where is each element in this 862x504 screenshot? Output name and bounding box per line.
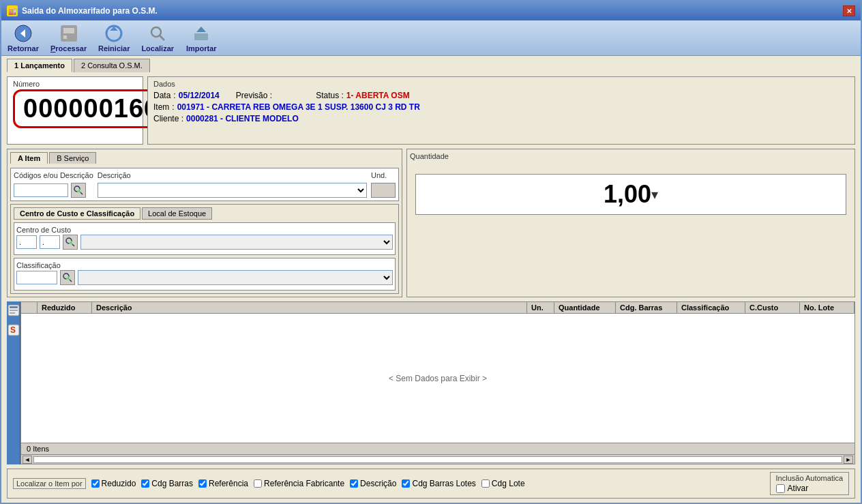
- cb-cdg-lote-input[interactable]: [481, 479, 490, 488]
- tab-local-estoque[interactable]: Local de Estoque: [142, 207, 212, 220]
- cb-reduzido-label: Reduzido: [102, 479, 136, 488]
- inclusao-row: Ativar: [776, 484, 843, 493]
- grid-footer: 0 Itens: [21, 443, 854, 454]
- tab-item[interactable]: A Item: [10, 152, 48, 164]
- codigos-input[interactable]: [14, 183, 68, 197]
- svg-rect-9: [194, 33, 208, 40]
- grid-col-lote: No. Lote: [800, 302, 854, 313]
- grid-footer-count: 0 Itens: [27, 445, 49, 453]
- grid-col-cdg-barras: Cdg. Barras: [616, 302, 677, 313]
- dados-row-2: Item : 001971 - CARRETA REB OMEGA 3E 1 S…: [153, 102, 849, 112]
- data-key: Data: [153, 91, 170, 100]
- window-title: Saida do Almoxarifado para O.S.M.: [22, 6, 158, 16]
- tab-servico[interactable]: B Serviço: [49, 152, 96, 164]
- app-icon: 🏭: [7, 5, 18, 16]
- svg-text:S: S: [10, 325, 16, 335]
- svg-rect-21: [10, 306, 18, 308]
- scroll-right-btn[interactable]: ►: [844, 456, 853, 464]
- cb-referencia: Referência: [198, 479, 248, 488]
- reiniciar-button[interactable]: Reiniciar: [98, 24, 130, 53]
- cb-descricao-input[interactable]: [350, 479, 358, 488]
- cb-referencia-input[interactable]: [198, 479, 207, 488]
- retornar-icon: [14, 24, 33, 43]
- cb-cdg-lote: Cdg Lote: [481, 479, 525, 488]
- classificacao-label: Classificação: [16, 261, 61, 269]
- grid-col-reduzido: Reduzido: [38, 302, 92, 313]
- tab-centro-custo[interactable]: Centro de Custo e Classificação: [14, 207, 140, 220]
- codigos-search-btn[interactable]: [71, 183, 86, 198]
- svg-point-13: [77, 189, 81, 193]
- classificacao-select[interactable]: [78, 270, 393, 285]
- importar-label: Importar: [186, 44, 217, 53]
- cliente-value: 0000281 - CLIENTE MODELO: [186, 114, 299, 123]
- tab-consulta[interactable]: 2 Consulta O.S.M.: [74, 59, 150, 72]
- processar-icon: [59, 24, 78, 43]
- numero-label: Número: [13, 80, 137, 88]
- cb-reduzido-input[interactable]: [91, 479, 100, 488]
- item-value: 001971 - CARRETA REB OMEGA 3E 1 SUSP. 13…: [177, 102, 420, 112]
- left-sidebar: S: [7, 301, 20, 464]
- cb-ref-fabricante: Referência Fabricante: [254, 479, 344, 488]
- descricao-label: Descrição: [98, 171, 367, 179]
- cb-cdg-barras-lotes-input[interactable]: [402, 479, 410, 488]
- codigos-label: Códigos e/ou Descrição: [14, 171, 93, 179]
- bottom-bar: Localizar o Item por Reduzido Cdg Barras…: [7, 469, 855, 499]
- classificacao-row: [16, 270, 393, 285]
- cb-cdg-barras-lotes-label: Cdg Barras Lotes: [412, 479, 475, 488]
- grid-col-descricao: Descrição: [92, 302, 527, 313]
- grid-col-icon: [21, 302, 38, 313]
- descricao-select[interactable]: [98, 183, 367, 198]
- grid-action-icon-2[interactable]: S: [8, 324, 20, 338]
- item-panel: A Item B Serviço Códigos e/ou Descrição: [7, 149, 402, 297]
- codigos-row: [14, 183, 93, 198]
- middle-section: A Item B Serviço Códigos e/ou Descrição: [7, 149, 855, 297]
- svg-rect-3: [63, 28, 74, 33]
- centro-tabs: Centro de Custo e Classificação Local de…: [14, 207, 396, 220]
- classificacao-group: Classificação: [14, 258, 396, 291]
- scroll-left-btn[interactable]: ◄: [23, 456, 32, 464]
- classificacao-input[interactable]: [16, 271, 57, 284]
- grid-col-classificacao: Classificação: [677, 302, 745, 313]
- dados-row-1: Data : 05/12/2014 Previsão : Status : 1-…: [153, 91, 849, 100]
- centro-custo-input1[interactable]: [16, 235, 37, 249]
- descricao-row: [98, 183, 367, 198]
- quantidade-arrow-icon[interactable]: ▾: [651, 186, 658, 203]
- top-tabs: 1 Lançamento 2 Consulta O.S.M.: [1, 56, 861, 72]
- processar-label: Processar: [50, 44, 87, 53]
- cb-referencia-label: Referência: [209, 479, 248, 488]
- cb-cdg-barras-input[interactable]: [141, 479, 149, 488]
- localizar-icon: [148, 24, 167, 43]
- localizar-button[interactable]: Localizar: [141, 24, 174, 53]
- grid-header: Reduzido Descrição Un. Quantidade Cdg. B…: [21, 302, 854, 314]
- svg-rect-22: [10, 310, 18, 311]
- cb-ref-fabricante-input[interactable]: [254, 479, 262, 488]
- scrollbar-x[interactable]: ◄ ►: [21, 454, 854, 464]
- svg-rect-23: [10, 312, 15, 314]
- svg-line-8: [160, 35, 164, 40]
- cb-cdg-barras: Cdg Barras: [141, 479, 193, 488]
- cb-reduzido: Reduzido: [91, 479, 136, 488]
- status-value: 1- ABERTA OSM: [346, 91, 410, 100]
- scrollbar-track[interactable]: [33, 456, 842, 463]
- close-button[interactable]: ✕: [843, 5, 855, 16]
- cb-cdg-lote-label: Cdg Lote: [492, 479, 525, 488]
- inclusao-label: Inclusão Automatica: [776, 474, 843, 482]
- centro-custo-select[interactable]: [80, 235, 393, 250]
- grid-container: S Reduzido Descrição Un. Quantidade Cdg.…: [7, 301, 855, 464]
- cb-ativar-input[interactable]: [776, 484, 785, 493]
- grid-body: < Sem Dados para Exibir >: [21, 314, 854, 443]
- retornar-button[interactable]: Retornar: [7, 24, 40, 53]
- grid-action-icon-1[interactable]: [8, 304, 20, 318]
- centro-panel: Centro de Custo e Classificação Local de…: [10, 204, 399, 294]
- cb-ref-fabricante-label: Referência Fabricante: [264, 479, 344, 488]
- centro-custo-search-btn[interactable]: [63, 235, 78, 250]
- classificacao-search-btn[interactable]: [60, 270, 75, 285]
- title-bar-left: 🏭 Saida do Almoxarifado para O.S.M.: [7, 5, 158, 16]
- centro-custo-input2[interactable]: [40, 235, 60, 249]
- importar-button[interactable]: Importar: [185, 24, 218, 53]
- grid-col-un: Un.: [527, 302, 554, 313]
- processar-button[interactable]: Processar: [50, 24, 87, 53]
- svg-rect-4: [63, 35, 67, 39]
- grid-col-ccusto: C.Custo: [745, 302, 800, 313]
- tab-lancamento[interactable]: 1 Lançamento: [7, 59, 72, 72]
